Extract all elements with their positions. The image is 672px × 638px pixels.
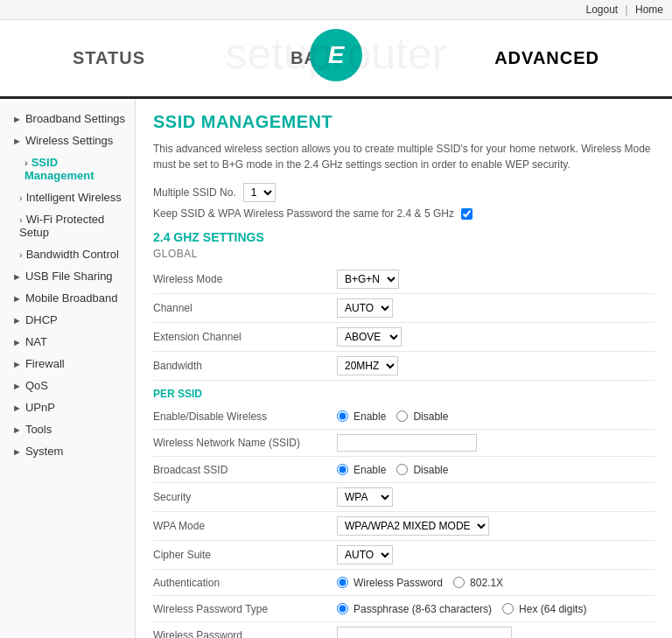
wpa-mode-select[interactable]: WPA/WPA2 MIXED MODEWPA2 onlyWPA only — [337, 516, 489, 536]
cipher-suite-row: Cipher Suite AUTOTKIPAES — [153, 541, 654, 570]
sidebar-item-ssid[interactable]: ›SSID Management — [0, 151, 135, 186]
sidebar-item-system[interactable]: ►System — [0, 440, 135, 462]
cipher-suite-select[interactable]: AUTOTKIPAES — [337, 545, 393, 564]
cipher-suite-label: Cipher Suite — [153, 549, 337, 561]
bandwidth-label: Bandwidth — [153, 360, 337, 372]
authentication-label: Authentication — [153, 577, 337, 589]
wpa-mode-label: WPA Mode — [153, 520, 337, 532]
broadcast-disable-radio[interactable] — [396, 464, 408, 475]
logo-letter: E — [328, 41, 345, 69]
broadcast-enable-text: Enable — [354, 464, 386, 476]
enable-disable-radio-group: Enable Disable — [337, 410, 654, 423]
sidebar-item-qos[interactable]: ►QoS — [0, 375, 135, 396]
arrow-icon: › — [19, 249, 23, 260]
disable-radio[interactable] — [396, 410, 408, 422]
sidebar-item-firewall[interactable]: ►Firewall — [0, 353, 135, 375]
channel-select[interactable]: AUTO123 — [337, 298, 393, 318]
arrow-icon: ► — [12, 381, 22, 391]
password-input[interactable] — [337, 627, 512, 638]
top-bar: Logout | Home — [0, 0, 672, 20]
multiple-ssid-label: Multiple SSID No. — [153, 186, 236, 199]
arrow-icon: ► — [12, 315, 22, 326]
cipher-suite-control: AUTOTKIPAES — [337, 545, 654, 564]
enable-radio-label[interactable]: Enable — [337, 410, 386, 423]
ssid-name-label: Wireless Network Name (SSID) — [153, 437, 337, 449]
sidebar-item-broadband[interactable]: ►Broadband Settings — [0, 108, 135, 130]
disable-text: Disable — [413, 410, 448, 423]
passphrase-label[interactable]: Passphrase (8-63 characters) — [337, 603, 492, 615]
wpa-mode-control: WPA/WPA2 MIXED MODEWPA2 onlyWPA only — [337, 516, 654, 536]
sidebar: ►Broadband Settings ►Wireless Settings ›… — [0, 99, 136, 638]
enable-text: Enable — [354, 410, 386, 423]
nav-status[interactable]: STATUS — [46, 39, 172, 77]
sidebar-item-nat[interactable]: ►NAT — [0, 331, 135, 353]
bandwidth-row: Bandwidth 20MHZ40MHZ — [153, 352, 654, 381]
broadcast-disable-label[interactable]: Disable — [396, 464, 448, 476]
sidebar-item-tools[interactable]: ►Tools — [0, 418, 135, 440]
keep-ssid-label: Keep SSID & WPA Wireless Password the sa… — [153, 207, 454, 220]
hex-radio[interactable] — [502, 603, 514, 614]
ssid-input[interactable] — [337, 434, 477, 452]
keep-ssid-row: Keep SSID & WPA Wireless Password the sa… — [153, 207, 654, 220]
auth-802-text: 802.1X — [470, 577, 503, 589]
extension-channel-control: ABOVEBELOW — [337, 327, 654, 347]
password-type-row: Wireless Password Type Passphrase (8-63 … — [153, 596, 654, 622]
auth-wireless-radio[interactable] — [337, 577, 348, 588]
nav-advanced[interactable]: ADVANCED — [468, 39, 626, 77]
auth-802-label[interactable]: 802.1X — [453, 577, 503, 589]
global-label-24: GLOBAL — [153, 248, 654, 260]
passphrase-text: Passphrase (8-63 characters) — [354, 603, 492, 615]
auth-802-radio[interactable] — [453, 577, 465, 588]
security-label: Security — [153, 491, 337, 503]
logo: E — [310, 29, 362, 81]
sidebar-item-wireless[interactable]: ►Wireless Settings — [0, 130, 135, 151]
passphrase-radio[interactable] — [337, 603, 348, 614]
broadcast-enable-label[interactable]: Enable — [337, 464, 386, 476]
security-select[interactable]: WPAWPA2WEPNone — [337, 487, 393, 507]
broadcast-ssid-label: Broadcast SSID — [153, 464, 337, 476]
sidebar-item-upnp[interactable]: ►UPnP — [0, 396, 135, 418]
arrow-icon: ► — [12, 114, 22, 124]
sidebar-item-intelligent[interactable]: ›Intelligent Wireless — [0, 186, 135, 208]
per-ssid-header: PER SSID — [153, 388, 654, 400]
auth-wireless-label[interactable]: Wireless Password — [337, 577, 443, 589]
auth-radio-group: Wireless Password 802.1X — [337, 577, 654, 589]
hex-text: Hex (64 digits) — [519, 603, 586, 615]
sidebar-item-usb[interactable]: ►USB File Sharing — [0, 265, 135, 287]
password-type-radio-group: Passphrase (8-63 characters) Hex (64 dig… — [337, 603, 654, 615]
arrow-icon: ► — [12, 403, 22, 413]
disable-radio-label[interactable]: Disable — [396, 410, 448, 423]
authentication-row: Authentication Wireless Password 802.1X — [153, 570, 654, 596]
arrow-icon: › — [19, 193, 23, 203]
bandwidth-select[interactable]: 20MHZ40MHZ — [337, 356, 398, 375]
sidebar-item-wps[interactable]: ›Wi-Fi Protected Setup — [0, 208, 135, 243]
sidebar-item-dhcp[interactable]: ►DHCP — [0, 309, 135, 331]
multiple-ssid-select[interactable]: 1234 — [243, 183, 276, 202]
broadcast-ssid-row: Broadcast SSID Enable Disable — [153, 457, 654, 483]
password-type-label: Wireless Password Type — [153, 603, 337, 615]
broadcast-ssid-control: Enable Disable — [337, 464, 654, 476]
wireless-mode-control: B+G+NB+GB onlyG onlyN only — [337, 270, 654, 289]
home-link[interactable]: Home — [635, 4, 663, 16]
password-type-control: Passphrase (8-63 characters) Hex (64 dig… — [337, 603, 654, 615]
wireless-mode-row: Wireless Mode B+G+NB+GB onlyG onlyN only — [153, 265, 654, 294]
description: This advanced wireless section allows yo… — [153, 141, 654, 172]
logout-link[interactable]: Logout — [585, 4, 618, 16]
wireless-mode-select[interactable]: B+G+NB+GB onlyG onlyN only — [337, 270, 399, 289]
bandwidth-control: 20MHZ40MHZ — [337, 356, 654, 375]
sidebar-item-bandwidth[interactable]: ›Bandwidth Control — [0, 243, 135, 265]
ssid-name-row: Wireless Network Name (SSID) — [153, 430, 654, 457]
enable-disable-row: Enable/Disable Wireless Enable Disable — [153, 403, 654, 430]
arrow-icon: › — [19, 214, 23, 225]
keep-ssid-checkbox[interactable] — [461, 208, 472, 220]
enable-radio[interactable] — [337, 410, 348, 422]
arrow-icon: ► — [12, 293, 22, 304]
sidebar-item-mobile[interactable]: ►Mobile Broadband — [0, 287, 135, 309]
extension-channel-select[interactable]: ABOVEBELOW — [337, 327, 402, 347]
section-24-header: 2.4 GHZ SETTINGS — [153, 230, 654, 244]
page-title: SSID MANAGEMENT — [153, 112, 654, 132]
separator: | — [626, 4, 628, 16]
hex-label[interactable]: Hex (64 digits) — [502, 603, 586, 615]
broadcast-enable-radio[interactable] — [337, 464, 348, 475]
arrow-icon: › — [24, 158, 28, 168]
